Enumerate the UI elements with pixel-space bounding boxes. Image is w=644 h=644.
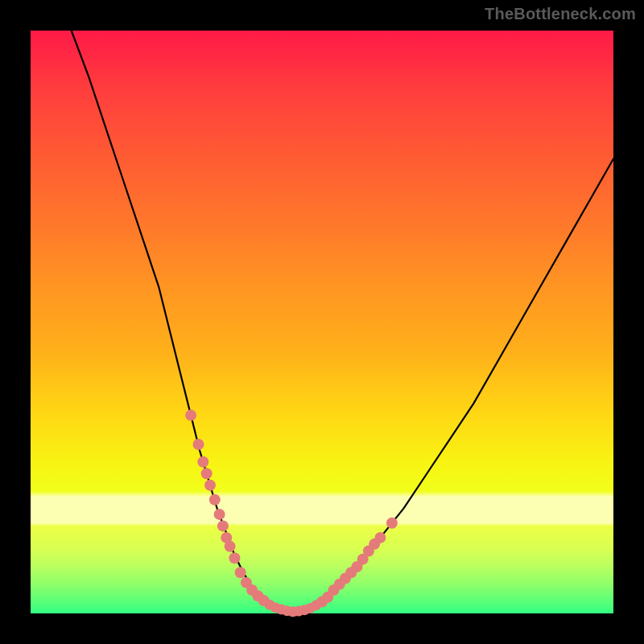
chart-frame: TheBottleneck.com — [0, 0, 644, 644]
curve-line — [72, 31, 613, 612]
marker-dot — [185, 410, 196, 421]
marker-dot — [235, 567, 246, 578]
chart-svg — [31, 31, 613, 613]
marker-dot — [209, 494, 221, 506]
marker-dot — [229, 552, 240, 564]
marker-dot — [374, 532, 386, 543]
marker-dot — [197, 456, 208, 468]
marker-dot — [217, 520, 229, 531]
plot-area — [31, 31, 613, 613]
marker-dot — [386, 518, 398, 529]
marker-dot — [204, 480, 216, 491]
curve-markers — [185, 410, 398, 617]
marker-dot — [201, 468, 213, 479]
marker-dot — [214, 509, 225, 520]
watermark-text: TheBottleneck.com — [485, 5, 636, 23]
marker-dot — [225, 541, 236, 552]
marker-dot — [193, 439, 204, 450]
